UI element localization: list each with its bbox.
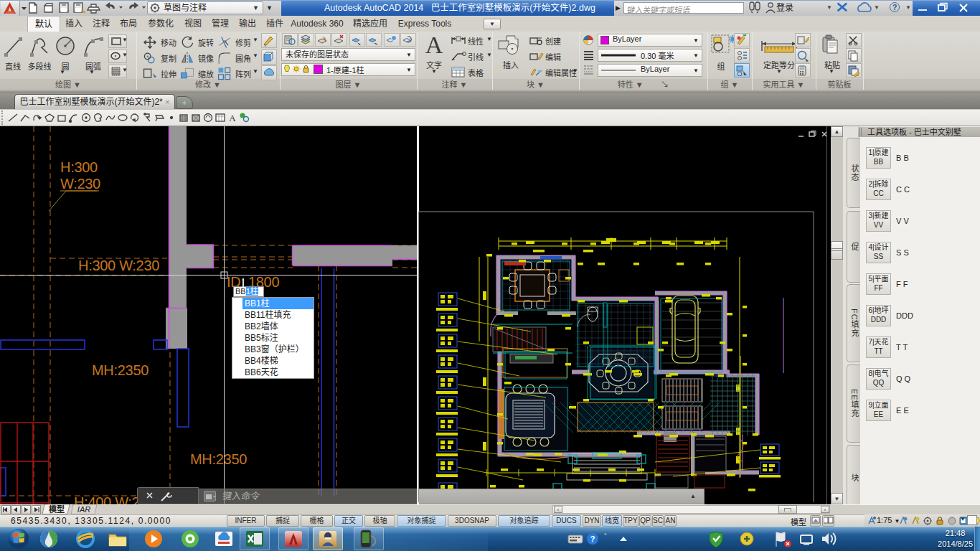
svg-text:A: A (425, 34, 443, 57)
svg-text:MH:2350: MH:2350 (190, 451, 247, 467)
svg-text:?: ? (590, 534, 595, 543)
svg-text:H:300: H:300 (60, 159, 98, 175)
svg-text:°: ° (604, 532, 607, 540)
svg-text:A: A (229, 113, 236, 123)
svg-text:H:300 W:230: H:300 W:230 (78, 258, 159, 273)
svg-text:W:230: W:230 (60, 176, 100, 192)
svg-text:MH:2350: MH:2350 (92, 362, 149, 378)
svg-text:H:400 W:2: H:400 W:2 (74, 494, 140, 504)
